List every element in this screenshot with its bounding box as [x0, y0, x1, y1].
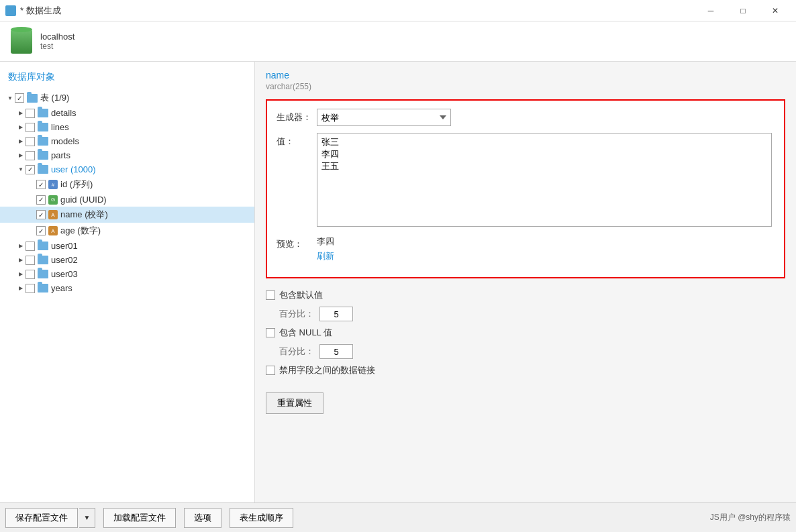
- checkbox-1[interactable]: [26, 109, 35, 118]
- folder-icon-12: [38, 270, 48, 278]
- table-order-button[interactable]: 表生成顺序: [230, 508, 293, 528]
- tree-label-5: user (1000): [51, 164, 95, 174]
- chevron-icon-12: ▶: [16, 270, 26, 279]
- tree-label-10: user01: [51, 241, 78, 251]
- preview-row: 预览： 李四 刷新: [277, 235, 775, 262]
- chevron-icon-2: ▶: [16, 123, 26, 132]
- checkbox-0[interactable]: ✓: [15, 93, 24, 103]
- tree-item-3[interactable]: ▶models: [0, 134, 254, 148]
- folder-icon-13: [38, 284, 48, 292]
- bottom-left: 保存配置文件 ▼ 加载配置文件 选项 表生成顺序: [5, 508, 293, 528]
- checkbox-13[interactable]: [26, 284, 35, 293]
- preview-value: 李四: [317, 235, 775, 248]
- tree-item-10[interactable]: ▶user01: [0, 239, 254, 253]
- tree-item-9[interactable]: ✓Aage (数字): [0, 223, 254, 239]
- tree-item-13[interactable]: ▶years: [0, 281, 254, 295]
- values-control: 张三 李四 王五: [317, 133, 775, 229]
- save-config-dropdown[interactable]: ▼: [79, 508, 95, 528]
- folder-icon-3: [38, 137, 48, 146]
- main-content: 数据库对象 ▼✓表 (1/9)▶details▶lines▶models▶par…: [0, 62, 796, 502]
- database-icon: [11, 30, 32, 54]
- checkbox-9[interactable]: ✓: [36, 226, 46, 235]
- checkbox-10[interactable]: [26, 242, 35, 251]
- generator-control: 枚举 随机 正则表达式: [317, 109, 775, 126]
- disable-link-row: 禁用字段之间的数据链接: [266, 364, 785, 376]
- tree-item-2[interactable]: ▶lines: [0, 120, 254, 134]
- right-panel: name varchar(255) 生成器： 枚举 随机 正则表达式 值：: [255, 62, 796, 502]
- chevron-icon-11: ▶: [16, 256, 26, 265]
- checkbox-6[interactable]: ✓: [36, 180, 46, 189]
- checkbox-11[interactable]: [26, 256, 35, 265]
- disable-link-label: 禁用字段之间的数据链接: [279, 364, 375, 376]
- titlebar: * 数据生成 ─ □ ✕: [0, 0, 796, 21]
- panel-title: 数据库对象: [0, 67, 254, 90]
- preview-label: 预览：: [277, 235, 317, 250]
- checkbox-2[interactable]: [26, 123, 35, 132]
- chevron-icon-13: ▶: [16, 284, 26, 293]
- refresh-link[interactable]: 刷新: [317, 251, 334, 261]
- tree-item-7[interactable]: ✓Gguid (UUID): [0, 193, 254, 207]
- options-section: 包含默认值 百分比： 包含 NULL 值 百分比： 禁用字段之间的数据链接 重: [266, 286, 785, 417]
- values-label: 值：: [277, 133, 317, 148]
- values-row: 值： 张三 李四 王五: [277, 133, 775, 229]
- folder-icon-11: [38, 256, 48, 264]
- folder-icon-1: [38, 109, 48, 117]
- bottom-bar: 保存配置文件 ▼ 加载配置文件 选项 表生成顺序 JS用户 @shy的程序猿: [0, 502, 796, 532]
- reset-button[interactable]: 重置属性: [266, 392, 324, 414]
- tree-item-8[interactable]: ✓Aname (校举): [0, 207, 254, 223]
- chevron-icon-10: ▶: [16, 242, 26, 251]
- null-percent-input[interactable]: [319, 344, 353, 359]
- folder-icon-4: [38, 151, 48, 160]
- tree-item-6[interactable]: ✓#id (序列): [0, 176, 254, 193]
- checkbox-12[interactable]: [26, 270, 35, 279]
- tree-item-5[interactable]: ▼✓user (1000): [0, 162, 254, 176]
- col-icon-7: G: [48, 195, 58, 205]
- tree-label-7: guid (UUID): [60, 195, 107, 205]
- generator-select[interactable]: 枚举 随机 正则表达式: [317, 109, 451, 126]
- tree-label-3: models: [51, 136, 79, 146]
- checkbox-8[interactable]: ✓: [36, 210, 46, 219]
- generator-label: 生成器：: [277, 109, 317, 123]
- tree-label-13: years: [51, 283, 72, 293]
- chevron-icon-5: ▼: [16, 165, 26, 174]
- checkbox-4[interactable]: [26, 151, 35, 160]
- tree-item-1[interactable]: ▶details: [0, 106, 254, 120]
- save-config-button[interactable]: 保存配置文件: [5, 508, 78, 528]
- col-icon-6: #: [48, 180, 58, 189]
- checkbox-5[interactable]: ✓: [26, 165, 35, 174]
- close-button[interactable]: ✕: [760, 0, 791, 21]
- window-title: * 数据生成: [20, 5, 61, 17]
- folder-icon-10: [38, 242, 48, 250]
- tree-label-9: age (数字): [60, 225, 101, 237]
- include-default-checkbox[interactable]: [266, 290, 275, 300]
- folder-icon-5: [38, 165, 48, 174]
- connection-info: localhost test: [40, 32, 74, 51]
- titlebar-left: * 数据生成: [5, 5, 61, 17]
- include-null-checkbox[interactable]: [266, 328, 275, 337]
- generator-row: 生成器： 枚举 随机 正则表达式: [277, 109, 775, 126]
- chevron-icon-3: ▶: [16, 137, 26, 146]
- folder-icon-0: [27, 94, 38, 103]
- values-textarea[interactable]: 张三 李四 王五: [317, 133, 772, 227]
- checkbox-3[interactable]: [26, 137, 35, 146]
- tree-label-4: parts: [51, 150, 70, 160]
- options-button[interactable]: 选项: [184, 508, 221, 528]
- tree-item-0[interactable]: ▼✓表 (1/9): [0, 90, 254, 106]
- minimize-button[interactable]: ─: [695, 0, 726, 21]
- tree-label-2: lines: [51, 122, 69, 132]
- default-percent-input[interactable]: [319, 307, 353, 321]
- col-icon-9: A: [48, 226, 58, 235]
- default-percent-row: 百分比：: [266, 307, 785, 321]
- tree-label-0: 表 (1/9): [40, 92, 69, 104]
- checkbox-7[interactable]: ✓: [36, 195, 46, 205]
- titlebar-controls: ─ □ ✕: [695, 0, 791, 21]
- null-percent-label: 百分比：: [279, 345, 314, 358]
- tree-item-4[interactable]: ▶parts: [0, 148, 254, 162]
- tree-item-11[interactable]: ▶user02: [0, 253, 254, 267]
- config-box: 生成器： 枚举 随机 正则表达式 值： 张三 李四 王五 预览：: [266, 99, 785, 278]
- load-config-button[interactable]: 加载配置文件: [103, 508, 176, 528]
- disable-link-checkbox[interactable]: [266, 366, 275, 375]
- include-default-label: 包含默认值: [279, 289, 323, 301]
- tree-item-12[interactable]: ▶user03: [0, 267, 254, 281]
- maximize-button[interactable]: □: [728, 0, 758, 21]
